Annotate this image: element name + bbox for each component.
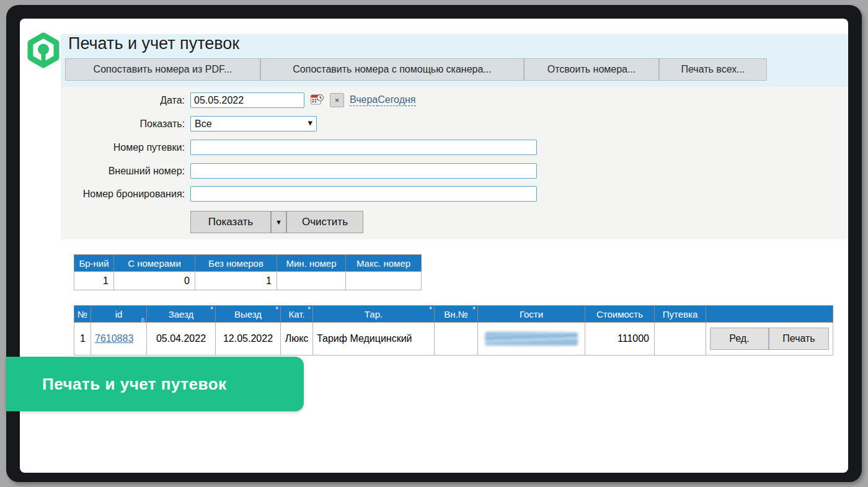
filter-mark: * bbox=[308, 306, 311, 315]
vouchers-header-row: № id◊ Заезд* Выезд* Кат.* Тар.* Вн.№* Го… bbox=[74, 306, 833, 323]
summary-without-numbers-value: 1 bbox=[195, 272, 277, 290]
filter-mark: * bbox=[210, 306, 213, 315]
summary-with-numbers-value: 0 bbox=[114, 272, 195, 290]
edit-button[interactable]: Ред. bbox=[710, 328, 769, 350]
show-options-dropdown-button[interactable]: ▼ bbox=[271, 211, 286, 233]
row-checkin: 05.04.2022 bbox=[147, 323, 216, 355]
toolbar: Сопоставить номера из PDF... Сопоставить… bbox=[65, 58, 767, 81]
summary-col-without-numbers: Без номеров bbox=[195, 255, 277, 272]
calendar-picker-button[interactable] bbox=[309, 92, 325, 108]
clear-date-button[interactable]: × bbox=[330, 93, 344, 107]
voucher-row: 1 7610883 05.04.2022 12.05.2022 Люкс Тар… bbox=[74, 323, 833, 355]
show-button[interactable]: Показать bbox=[190, 211, 271, 233]
summary-col-bookings: Бр-ний bbox=[74, 255, 114, 272]
section-badge-label: Печать и учет путевок bbox=[42, 375, 227, 394]
filter-mark: * bbox=[472, 306, 476, 315]
clear-button[interactable]: Очистить bbox=[286, 211, 363, 233]
filter-mark: * bbox=[429, 306, 432, 315]
match-numbers-scanner-button[interactable]: Сопоставить номера с помощью сканера... bbox=[260, 58, 524, 81]
date-input[interactable] bbox=[190, 92, 304, 108]
summary-col-with-numbers: С номерами bbox=[114, 255, 195, 272]
guest-name-redacted bbox=[485, 332, 578, 346]
summary-table: Бр-ний С номерами Без номеров Мин. номер… bbox=[74, 254, 422, 290]
vouchers-table: № id◊ Заезд* Выезд* Кат.* Тар.* Вн.№* Го… bbox=[74, 305, 833, 355]
row-voucher bbox=[655, 323, 706, 355]
external-number-input[interactable] bbox=[190, 163, 537, 179]
show-filter-label: Показать: bbox=[61, 118, 185, 130]
row-num: 1 bbox=[74, 323, 91, 355]
calendar-clock-icon bbox=[310, 93, 324, 107]
page-title: Печать и учет путевок bbox=[68, 34, 239, 53]
row-tariff: Тариф Медицинский bbox=[313, 323, 435, 355]
section-badge: Печать и учет путевок bbox=[6, 357, 304, 411]
today-link[interactable]: Сегодня bbox=[378, 94, 415, 106]
row-guests bbox=[478, 323, 585, 355]
col-external-no[interactable]: Вн.№* bbox=[435, 306, 478, 323]
booking-number-input[interactable] bbox=[190, 186, 537, 202]
row-id: 7610883 bbox=[91, 323, 147, 355]
col-cost: Стоимость bbox=[585, 306, 655, 323]
voucher-number-label: Номер путевки: bbox=[61, 142, 185, 153]
summary-values-row: 1 0 1 bbox=[74, 272, 422, 290]
row-actions: Ред. Печать bbox=[706, 323, 833, 355]
show-filter-select[interactable]: Все ▾ bbox=[190, 116, 317, 132]
filter-mark: * bbox=[275, 306, 278, 315]
summary-max-number-value bbox=[346, 272, 422, 290]
summary-col-min-number: Мин. номер bbox=[277, 255, 346, 272]
summary-min-number-value bbox=[277, 272, 346, 290]
chevron-down-icon: ▾ bbox=[308, 117, 312, 128]
close-icon: × bbox=[335, 96, 340, 105]
yesterday-link[interactable]: Вчера bbox=[350, 94, 378, 106]
match-numbers-pdf-button[interactable]: Сопоставить номера из PDF... bbox=[65, 58, 260, 81]
col-checkin[interactable]: Заезд* bbox=[147, 306, 216, 323]
row-external-no bbox=[435, 323, 478, 355]
sort-icon: ◊ bbox=[141, 316, 144, 323]
summary-bookings-value: 1 bbox=[74, 272, 114, 290]
summary-col-max-number: Макс. номер bbox=[346, 255, 422, 272]
col-checkout[interactable]: Выезд* bbox=[216, 306, 281, 323]
row-cost: 111000 bbox=[585, 323, 655, 355]
filter-panel: Дата: × Вчера Сегодня bbox=[61, 87, 848, 239]
booking-id-link[interactable]: 7610883 bbox=[95, 333, 133, 344]
summary-header-row: Бр-ний С номерами Без номеров Мин. номер… bbox=[74, 255, 422, 272]
col-guests: Гости bbox=[478, 306, 585, 323]
title-band: Печать и учет путевок Сопоставить номера… bbox=[61, 34, 848, 87]
col-id[interactable]: id◊ bbox=[91, 306, 147, 323]
col-actions bbox=[706, 306, 833, 323]
voucher-number-input[interactable] bbox=[190, 140, 537, 155]
col-voucher: Путевка bbox=[655, 306, 706, 323]
col-category[interactable]: Кат.* bbox=[281, 306, 313, 323]
date-label: Дата: bbox=[61, 95, 185, 106]
filter-actions: Показать ▼ Очистить bbox=[190, 211, 363, 233]
dropdown-arrow-icon: ▼ bbox=[275, 218, 282, 226]
show-filter-value: Все bbox=[195, 118, 212, 130]
col-num: № bbox=[74, 306, 91, 323]
row-checkout: 12.05.2022 bbox=[216, 323, 281, 355]
unassign-numbers-button[interactable]: Отсвоить номера... bbox=[524, 58, 659, 81]
external-number-label: Внешний номер: bbox=[61, 166, 185, 177]
col-tariff[interactable]: Тар.* bbox=[313, 306, 435, 323]
app-logo-icon bbox=[25, 32, 61, 68]
print-all-button[interactable]: Печать всех... bbox=[659, 58, 767, 81]
booking-number-label: Номер бронирования: bbox=[61, 189, 185, 200]
print-button[interactable]: Печать bbox=[769, 328, 829, 350]
row-category: Люкс bbox=[281, 323, 313, 355]
